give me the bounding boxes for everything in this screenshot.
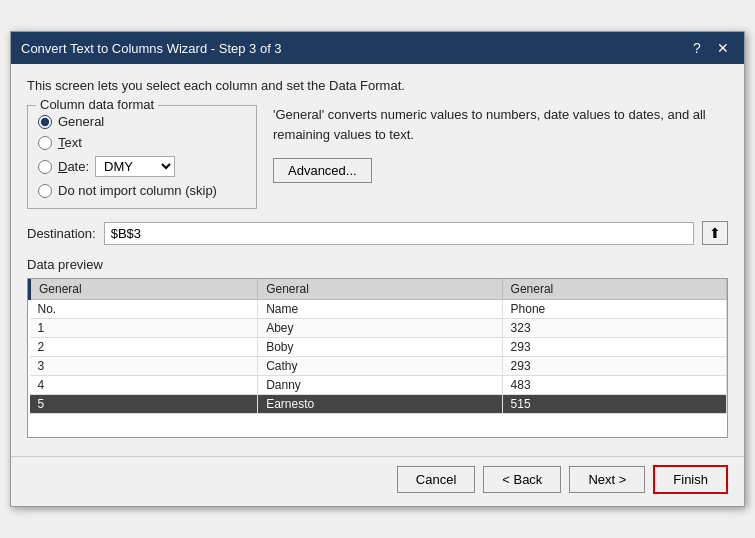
table-row: 2 Boby 293 bbox=[30, 338, 727, 357]
radio-skip[interactable] bbox=[38, 184, 52, 198]
table-row: 3 Cathy 293 bbox=[30, 357, 727, 376]
radio-general[interactable] bbox=[38, 115, 52, 129]
title-bar: Convert Text to Columns Wizard - Step 3 … bbox=[11, 32, 744, 64]
dialog-title: Convert Text to Columns Wizard - Step 3 … bbox=[21, 41, 282, 56]
destination-label: Destination: bbox=[27, 226, 96, 241]
right-panel: 'General' converts numeric values to num… bbox=[273, 105, 728, 209]
title-bar-controls: ? ✕ bbox=[686, 37, 734, 59]
column-format-group: Column data format General Text Da bbox=[27, 105, 257, 209]
cell: 2 bbox=[30, 338, 258, 357]
radio-general-row: General bbox=[38, 114, 246, 129]
table-row: 4 Danny 483 bbox=[30, 376, 727, 395]
advanced-button[interactable]: Advanced... bbox=[273, 158, 372, 183]
cell: Name bbox=[258, 300, 502, 319]
radio-skip-row: Do not import column (skip) bbox=[38, 183, 246, 198]
cell: 5 bbox=[30, 395, 258, 414]
destination-row: Destination: ⬆ bbox=[27, 221, 728, 245]
cell: Abey bbox=[258, 319, 502, 338]
group-legend: Column data format bbox=[36, 97, 158, 112]
close-button[interactable]: ✕ bbox=[712, 37, 734, 59]
radio-text-label: Text bbox=[58, 135, 82, 150]
preview-section: Data preview General General General No.… bbox=[27, 257, 728, 438]
cell: 515 bbox=[502, 395, 726, 414]
cell: 1 bbox=[30, 319, 258, 338]
destination-pick-button[interactable]: ⬆ bbox=[702, 221, 728, 245]
preview-table-container[interactable]: General General General No. Name Phone 1 bbox=[27, 278, 728, 438]
table-row: 1 Abey 323 bbox=[30, 319, 727, 338]
cell: Earnesto bbox=[258, 395, 502, 414]
main-content: Column data format General Text Da bbox=[27, 105, 728, 209]
cell: Cathy bbox=[258, 357, 502, 376]
radio-text-row: Text bbox=[38, 135, 246, 150]
radio-general-label: General bbox=[58, 114, 104, 129]
cell: No. bbox=[30, 300, 258, 319]
cell: Danny bbox=[258, 376, 502, 395]
back-button[interactable]: < Back bbox=[483, 466, 561, 493]
preview-label: Data preview bbox=[27, 257, 728, 272]
dialog-window: Convert Text to Columns Wizard - Step 3 … bbox=[10, 31, 745, 507]
finish-button[interactable]: Finish bbox=[653, 465, 728, 494]
cancel-button[interactable]: Cancel bbox=[397, 466, 475, 493]
cell: 483 bbox=[502, 376, 726, 395]
dialog-body: This screen lets you select each column … bbox=[11, 64, 744, 456]
cell: Boby bbox=[258, 338, 502, 357]
radio-date-row: Date: DMY MDY YMD DYM MYD YDM bbox=[38, 156, 246, 177]
intro-text: This screen lets you select each column … bbox=[27, 78, 728, 93]
cell: 293 bbox=[502, 338, 726, 357]
table-row: No. Name Phone bbox=[30, 300, 727, 319]
left-panel: Column data format General Text Da bbox=[27, 105, 257, 209]
radio-date[interactable] bbox=[38, 160, 52, 174]
next-button[interactable]: Next > bbox=[569, 466, 645, 493]
date-format-select[interactable]: DMY MDY YMD DYM MYD YDM bbox=[95, 156, 175, 177]
col-header-2: General bbox=[258, 279, 502, 300]
table-row: 5 Earnesto 515 bbox=[30, 395, 727, 414]
help-button[interactable]: ? bbox=[686, 37, 708, 59]
radio-text[interactable] bbox=[38, 136, 52, 150]
preview-table: General General General No. Name Phone 1 bbox=[28, 279, 727, 414]
cell: Phone bbox=[502, 300, 726, 319]
cell: 293 bbox=[502, 357, 726, 376]
destination-input[interactable] bbox=[104, 222, 694, 245]
cell: 3 bbox=[30, 357, 258, 376]
cell: 4 bbox=[30, 376, 258, 395]
col-header-3: General bbox=[502, 279, 726, 300]
radio-skip-label: Do not import column (skip) bbox=[58, 183, 217, 198]
format-description: 'General' converts numeric values to num… bbox=[273, 105, 728, 144]
radio-date-label: Date: bbox=[58, 159, 89, 174]
cell: 323 bbox=[502, 319, 726, 338]
button-bar: Cancel < Back Next > Finish bbox=[11, 456, 744, 506]
col-header-1: General bbox=[30, 279, 258, 300]
